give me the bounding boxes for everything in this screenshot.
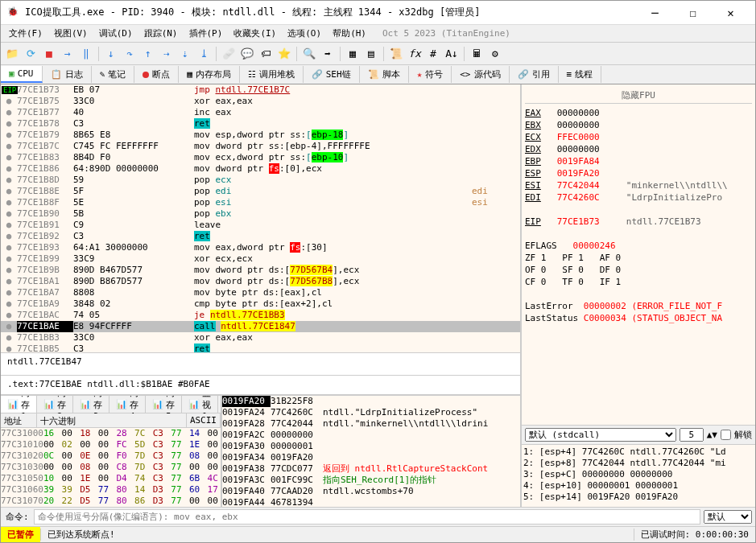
dump-tab-4[interactable]: 📊内存 5: [146, 396, 182, 413]
disassembly-view[interactable]: EIP ●77CE1B73EB 07jmp ntdll.77CE1B7C●77C…: [1, 84, 520, 352]
stepin-icon[interactable]: ↓: [103, 46, 119, 62]
modules-icon[interactable]: ▦: [345, 46, 361, 62]
tab-symbols[interactable]: ★符号: [409, 66, 452, 83]
cmd-combo[interactable]: 默认: [704, 510, 752, 524]
registers-view[interactable]: 隐藏FPU EAX 00000000 EBX 00000000 ECX FFEC…: [522, 84, 755, 425]
stepover-icon[interactable]: ↷: [122, 46, 138, 62]
menu-favorites[interactable]: 收藏夹(I): [229, 26, 281, 41]
minimize-button[interactable]: ─: [637, 2, 673, 24]
dump-tab-1[interactable]: 📊内存 2: [37, 396, 73, 413]
script-icon[interactable]: 📜: [388, 46, 404, 62]
dump-tab-5[interactable]: 📊监视 1: [182, 396, 218, 413]
tab-log[interactable]: 📋日志: [43, 66, 92, 83]
menu-options[interactable]: 选项(O): [283, 26, 326, 41]
dump-col-addr: 地址: [1, 413, 37, 427]
font-icon[interactable]: A↓: [444, 46, 460, 62]
fx-icon[interactable]: fx: [407, 46, 423, 62]
maximize-button[interactable]: ☐: [675, 2, 711, 24]
unlock-checkbox[interactable]: [721, 430, 731, 440]
calling-convention-select[interactable]: 默认 (stdcall): [525, 428, 676, 442]
trace-icon[interactable]: ⇢: [159, 46, 175, 62]
patch-icon[interactable]: 🩹: [221, 46, 237, 62]
open-icon[interactable]: 📁: [4, 46, 20, 62]
tab-memmap[interactable]: ▦内存布局: [179, 66, 240, 83]
eip-marker: EIP: [2, 86, 18, 94]
search-icon[interactable]: 🔍: [301, 46, 317, 62]
info-panel-1: ntdll.77CE1B47: [1, 352, 520, 375]
tab-source[interactable]: <>源代码: [452, 66, 509, 83]
stop-icon[interactable]: ■: [41, 46, 57, 62]
menu-help[interactable]: 帮助(H): [328, 26, 371, 41]
dump-col-ascii: ASCII: [187, 413, 221, 427]
dump-col-hex: 十六进制: [37, 413, 187, 427]
arg-count-input[interactable]: [680, 428, 704, 442]
tab-notes[interactable]: ✎笔记: [92, 66, 135, 83]
hash-icon[interactable]: #: [425, 46, 441, 62]
menu-file[interactable]: 文件(F): [4, 26, 48, 41]
runto-icon[interactable]: ⤓: [196, 46, 212, 62]
trace2-icon[interactable]: ⇣: [177, 46, 193, 62]
window-title: ICO提取工具.exe - PID: 3940 - 模块: ntdll.dll …: [25, 6, 637, 19]
tab-references[interactable]: 🔗引用: [510, 66, 559, 83]
settings-icon[interactable]: ⚙: [487, 46, 503, 62]
menu-trace[interactable]: 跟踪(N): [139, 26, 183, 41]
run-icon[interactable]: →: [60, 46, 76, 62]
menu-debug[interactable]: 调试(D): [94, 26, 138, 41]
status-message: 已到达系统断点!: [40, 529, 634, 541]
status-time: 已调试时间: 0:00:00:30: [634, 529, 755, 541]
dump-view[interactable]: 77C3100016 00 18 00 28 7C C3 77 14 00 16…: [1, 428, 221, 507]
args-view[interactable]: 1: [esp+4] 77C4260C ntdll.77C4260C "Ld2:…: [522, 444, 755, 507]
calc-icon[interactable]: 🖩: [469, 46, 485, 62]
stepout-icon[interactable]: ↑: [140, 46, 156, 62]
tab-cpu[interactable]: ▣CPU: [1, 66, 43, 83]
goto-icon[interactable]: ➡: [320, 46, 336, 62]
menu-plugins[interactable]: 插件(P): [184, 26, 228, 41]
menu-view[interactable]: 视图(V): [49, 26, 93, 41]
pause-icon[interactable]: ‖: [78, 46, 94, 62]
restart-icon[interactable]: ⟳: [23, 46, 39, 62]
dump-tab-0[interactable]: 📊内存 1: [1, 396, 37, 413]
close-button[interactable]: ✕: [713, 2, 749, 24]
threads-icon[interactable]: ▤: [363, 46, 379, 62]
regs-title[interactable]: 隐藏FPU: [525, 88, 752, 104]
build-info: Oct 5 2023 (TitanEngine): [382, 28, 510, 39]
status-paused: 已暂停: [1, 527, 40, 542]
tab-threads[interactable]: ≡线程: [559, 66, 602, 83]
tab-seh[interactable]: 🔗SEH链: [304, 66, 360, 83]
dump-tab-2[interactable]: 📊内存 3: [73, 396, 109, 413]
command-input[interactable]: [34, 509, 700, 524]
comment-icon[interactable]: 💬: [239, 46, 255, 62]
cmd-label: 命令:: [1, 511, 34, 523]
toolbar: 📁 ⟳ ■ → ‖ ↓ ↷ ↑ ⇢ ⇣ ⤓ 🩹 💬 🏷 ⭐ 🔍 ➡ ▦ ▤ 📜 …: [1, 43, 755, 65]
app-icon: 🐞: [7, 6, 20, 19]
tab-callstack[interactable]: ☷调用堆栈: [240, 66, 304, 83]
bookmark-icon[interactable]: ⭐: [276, 46, 292, 62]
label-icon[interactable]: 🏷: [258, 46, 274, 62]
stack-view[interactable]: 0019FA2031B225F80019FA2477C4260Cntdll."L…: [222, 396, 520, 507]
info-panel-2: .text:77CE1BAE ntdll.dll:$B1BAE #B0FAE: [1, 375, 520, 394]
dump-tab-3[interactable]: 📊内存 4: [109, 396, 146, 413]
tab-script[interactable]: 📜脚本: [360, 66, 409, 83]
tab-breakpoints[interactable]: 断点: [134, 66, 179, 83]
